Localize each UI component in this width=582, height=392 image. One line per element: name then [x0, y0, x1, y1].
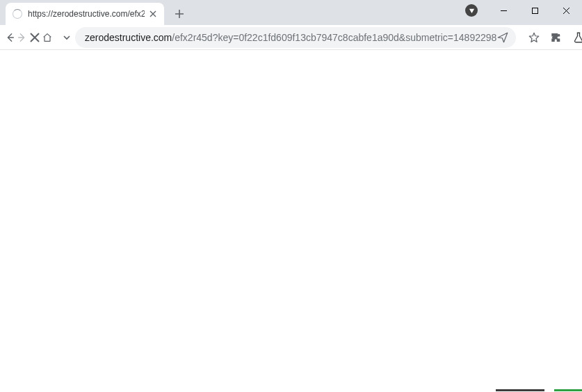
close-icon	[563, 7, 570, 15]
stop-button[interactable]	[29, 27, 40, 48]
url-domain: zerodestructive.com	[85, 32, 172, 43]
extensions-button[interactable]	[547, 28, 566, 47]
puzzle-icon	[550, 31, 563, 44]
address-bar-container: zerodestructive.com/efx2r45d?key=0f22c1f…	[58, 27, 516, 48]
toolbar-actions	[524, 28, 582, 47]
site-info-button[interactable]	[58, 27, 75, 48]
bookmark-button[interactable]	[524, 28, 544, 47]
close-icon	[29, 32, 40, 43]
forward-button[interactable]	[17, 27, 28, 48]
star-icon	[528, 31, 540, 44]
minimize-button[interactable]	[488, 0, 519, 21]
arrow-left-icon	[4, 32, 15, 43]
share-button[interactable]	[496, 31, 509, 44]
plus-icon	[175, 9, 184, 19]
toolbar: zerodestructive.com/efx2r45d?key=0f22c1f…	[0, 25, 582, 50]
labs-button[interactable]	[569, 28, 582, 47]
tab-strip: https://zerodestructive.com/efx2	[0, 0, 582, 25]
url-path: /efx2r45d?key=0f22c1fd609f13cb7947c8cabf…	[172, 32, 496, 43]
chevron-down-icon	[63, 33, 71, 42]
home-button[interactable]	[42, 27, 53, 48]
tab-title: https://zerodestructive.com/efx2	[28, 9, 145, 19]
address-bar[interactable]: zerodestructive.com/efx2r45d?key=0f22c1f…	[75, 27, 516, 48]
taskbar-fragment	[496, 389, 582, 392]
location-indicator-icon[interactable]	[465, 4, 478, 17]
home-icon	[42, 32, 53, 43]
flask-icon	[572, 31, 582, 44]
svg-rect-0	[533, 8, 538, 13]
maximize-icon	[531, 7, 539, 15]
page-content	[0, 50, 582, 392]
tab-close-button[interactable]	[147, 8, 159, 19]
taskbar-segment	[554, 389, 582, 391]
minimize-icon	[500, 7, 508, 15]
maximize-button[interactable]	[519, 0, 551, 21]
arrow-right-icon	[17, 32, 28, 43]
window-controls	[488, 0, 582, 21]
taskbar-segment	[496, 389, 544, 391]
window-close-button[interactable]	[551, 0, 582, 21]
loading-spinner-icon	[13, 9, 22, 19]
close-icon	[149, 10, 156, 17]
back-button[interactable]	[4, 27, 15, 48]
send-icon	[496, 31, 509, 44]
browser-tab[interactable]: https://zerodestructive.com/efx2	[6, 3, 164, 25]
new-tab-button[interactable]	[170, 4, 189, 24]
